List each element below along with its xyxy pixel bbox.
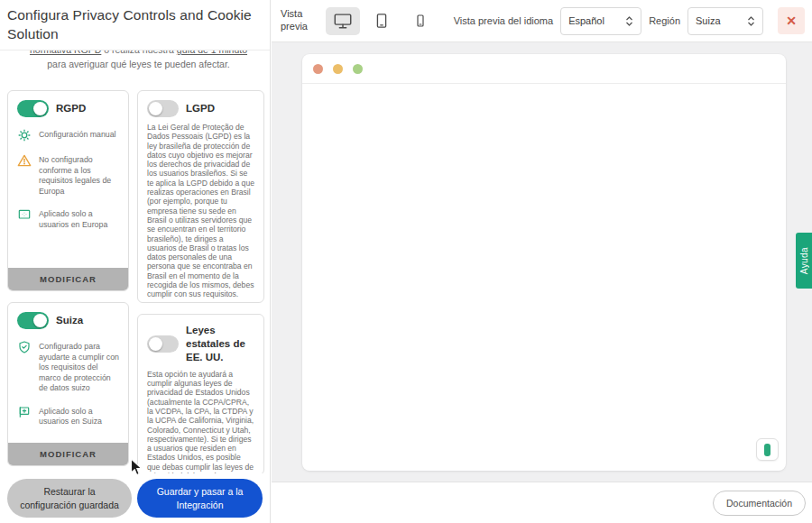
card-suiza: Suiza Configurado para ayudarte a cumpli bbox=[7, 302, 129, 466]
browser-dot-yellow bbox=[333, 64, 343, 74]
language-label: Vista previa del idioma bbox=[454, 15, 553, 26]
close-preview-button[interactable]: ✕ bbox=[778, 7, 805, 34]
suiza-card-title: Suiza bbox=[56, 314, 83, 327]
intro-text-block: normativa RGPD o realiza nuestra guía de… bbox=[20, 50, 257, 79]
language-select-value: Español bbox=[568, 15, 604, 26]
browser-dot-green bbox=[353, 64, 363, 74]
browser-dot-red bbox=[313, 64, 323, 74]
tablet-icon bbox=[373, 12, 391, 30]
flag-eu-icon bbox=[17, 207, 32, 222]
lgpd-toggle[interactable] bbox=[147, 100, 179, 117]
suiza-toggle[interactable] bbox=[17, 312, 49, 329]
settings-scroll-area[interactable]: normativa RGPD o realiza nuestra guía de… bbox=[0, 50, 270, 473]
browser-titlebar bbox=[302, 54, 786, 84]
restore-settings-button[interactable]: Restaurar la configuración guardada bbox=[7, 479, 132, 518]
privacy-widget-button[interactable] bbox=[756, 438, 779, 461]
us-laws-description: Esta opción te ayudará a cumplir algunas… bbox=[147, 370, 254, 473]
rgpd-link[interactable]: normativa RGPD bbox=[30, 50, 101, 55]
desktop-icon bbox=[333, 11, 353, 31]
documentation-button[interactable]: Documentación bbox=[713, 491, 806, 516]
settings-footer: Restaurar la configuración guardada Guar… bbox=[0, 473, 270, 523]
us-laws-toggle[interactable] bbox=[147, 335, 179, 353]
chevron-updown-icon bbox=[747, 15, 755, 27]
preview-toolbar: Vista previa bbox=[272, 0, 812, 42]
preview-canvas: Ayuda bbox=[272, 42, 812, 482]
preview-label: Vista previa bbox=[281, 8, 317, 33]
rgpd-item-manual: Configuración manual bbox=[39, 128, 116, 142]
shield-check-icon bbox=[17, 340, 32, 354]
flag-plus-icon bbox=[17, 405, 32, 419]
card-lgpd: LGPD La Lei Geral de Proteção de Dados P… bbox=[137, 90, 264, 303]
rgpd-card-title: RGPD bbox=[56, 102, 86, 115]
browser-mockup bbox=[302, 54, 786, 471]
card-us-state-laws: Leyes estatales de EE. UU. Esta opción t… bbox=[137, 314, 264, 473]
suiza-item-configured: Configurado para ayudarte a cumplir con … bbox=[39, 340, 119, 394]
privacy-widget-icon bbox=[764, 444, 770, 456]
warning-icon bbox=[17, 153, 32, 168]
region-label: Región bbox=[649, 15, 680, 26]
suiza-item-scope: Aplicado solo a usuarios en Suiza bbox=[39, 405, 119, 427]
help-tab[interactable]: Ayuda bbox=[796, 233, 812, 289]
preview-footer: Documentación bbox=[272, 482, 812, 523]
intro-mid-text: o realiza nuestra bbox=[101, 50, 176, 55]
settings-panel: normativa RGPD o realiza nuestra guía de… bbox=[0, 0, 271, 523]
mobile-icon bbox=[412, 13, 429, 29]
lgpd-description: La Lei Geral de Proteção de Dados Pessoa… bbox=[147, 123, 254, 299]
device-tablet-button[interactable] bbox=[364, 7, 399, 35]
gear-icon bbox=[17, 128, 32, 142]
help-tab-label: Ayuda bbox=[799, 247, 809, 274]
page-title: Configura Privacy Controls and Cookie So… bbox=[7, 6, 261, 44]
save-continue-button[interactable]: Guardar y pasar a la Integración bbox=[137, 479, 263, 518]
region-select-value: Suiza bbox=[696, 15, 721, 26]
rgpd-toggle[interactable] bbox=[17, 100, 49, 117]
region-select[interactable]: Suiza bbox=[687, 7, 763, 35]
device-mobile-button[interactable] bbox=[403, 7, 438, 35]
device-desktop-button[interactable] bbox=[326, 7, 360, 35]
chevron-updown-icon bbox=[625, 15, 633, 27]
rgpd-item-warning: No configurado conforme a los requisitos… bbox=[39, 153, 119, 197]
card-rgpd: RGPD Configuración manual bbox=[7, 90, 129, 291]
intro-line2: para averiguar qué leyes te pueden afect… bbox=[47, 59, 230, 69]
guide-link[interactable]: guía de 1 minuto bbox=[177, 50, 247, 55]
rgpd-item-scope: Aplicado solo a usuarios en Europa bbox=[39, 207, 119, 230]
us-laws-card-title: Leyes estatales de EE. UU. bbox=[186, 324, 254, 364]
close-icon: ✕ bbox=[786, 14, 797, 28]
preview-panel: Vista previa bbox=[272, 0, 812, 523]
suiza-modify-button[interactable]: MODIFICAR bbox=[8, 443, 128, 465]
lgpd-card-title: LGPD bbox=[186, 102, 215, 115]
language-select[interactable]: Español bbox=[560, 7, 641, 35]
privacy-controls-app: normativa RGPD o realiza nuestra guía de… bbox=[0, 0, 812, 523]
rgpd-modify-button[interactable]: MODIFICAR bbox=[8, 268, 128, 290]
settings-header: Configura Privacy Controls and Cookie So… bbox=[0, 0, 270, 50]
